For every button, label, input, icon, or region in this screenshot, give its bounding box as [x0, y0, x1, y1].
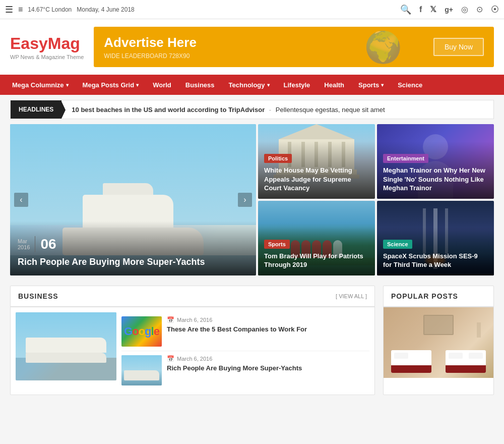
side-card-sports[interactable]: Sports Tom Brady Will Play for Patriots …	[258, 201, 375, 275]
top-bar: ☰ ≡ 14.67°C London Monday, 4 June 2018 🔍…	[0, 0, 504, 19]
github-icon[interactable]: ⊙	[476, 5, 483, 14]
hamburger-icon[interactable]: ☰	[5, 4, 13, 15]
nav-science[interactable]: Science	[391, 75, 429, 95]
side-card-entertainment[interactable]: Entertainment Meghan Trainor on Why Her …	[377, 124, 494, 199]
twitter-icon[interactable]: 𝕏	[430, 5, 436, 14]
politics-overlay: Politics White House May Be Vetting Appe…	[258, 141, 375, 199]
business-title: BUSINESS	[18, 292, 58, 300]
science-badge: Science	[383, 240, 412, 249]
top-bar-icons: 🔍 f 𝕏 g+ ◎ ⊙ ⦿	[400, 4, 499, 15]
search-icon[interactable]: 🔍	[400, 4, 411, 15]
chevron-down-icon: ▾	[136, 82, 139, 88]
nav-world[interactable]: World	[146, 75, 178, 95]
logo-mag: Mag	[48, 34, 80, 52]
nav-technology[interactable]: Technology ▾	[222, 75, 277, 95]
logo[interactable]: EasyMag WP News & Magazine Theme	[10, 34, 84, 60]
featured-side: Politics White House May Be Vetting Appe…	[258, 124, 494, 275]
featured-year: 2016	[18, 244, 30, 250]
headlines-ticker: HEADLINES 10 best beaches in the US and …	[10, 100, 494, 119]
nav-sports[interactable]: Sports ▾	[351, 75, 391, 95]
featured-caption: Mar 2016 06 Rich People Are Buying More …	[10, 221, 256, 275]
ad-subtitle: WIDE LEADERBOARD 728X90	[104, 52, 197, 60]
business-content: Google 📅 March 6, 2016 These Are the 5 B…	[11, 307, 374, 395]
business-article-1: Google 📅 March 6, 2016 These Are the 5 B…	[121, 312, 369, 351]
article-date-2: 📅 March 6, 2016	[167, 355, 369, 362]
science-overlay: Science SpaceX Scrubs Mission SES-9 for …	[377, 227, 494, 275]
side-card-science[interactable]: Science SpaceX Scrubs Mission SES-9 for …	[377, 201, 494, 275]
politics-badge: Politics	[264, 154, 292, 163]
sports-title: Tom Brady Will Play for Patriots Through…	[264, 252, 369, 269]
entertainment-badge: Entertainment	[383, 154, 428, 163]
view-all-button[interactable]: [ VIEW ALL ]	[336, 293, 367, 299]
featured-title: Rich People Are Buying More Super-Yachts	[18, 256, 248, 268]
top-bar-left: ☰ ≡ 14.67°C London Monday, 4 June 2018	[5, 4, 135, 15]
temperature: 14.67°C	[28, 6, 50, 13]
sports-badge: Sports	[264, 240, 290, 249]
popular-header: POPULAR POSTS	[384, 286, 493, 307]
location: London	[51, 6, 72, 13]
chevron-down-icon: ▾	[66, 82, 69, 88]
article-info-1: 📅 March 6, 2016 These Are the 5 Best Com…	[167, 316, 369, 347]
chevron-down-icon: ▾	[267, 82, 270, 88]
popular-title: POPULAR POSTS	[391, 292, 458, 300]
list-icon[interactable]: ≡	[18, 5, 23, 14]
business-section: BUSINESS [ VIEW ALL ]	[10, 286, 375, 395]
flickr-icon[interactable]: ⦿	[491, 5, 499, 14]
business-article-2: 📅 March 6, 2016 Rich People Are Buying M…	[121, 351, 369, 390]
entertainment-overlay: Entertainment Meghan Trainor on Why Her …	[377, 141, 494, 199]
nav-health[interactable]: Health	[317, 75, 351, 95]
side-card-politics[interactable]: Politics White House May Be Vetting Appe…	[258, 124, 375, 199]
navigation: Mega Columnize ▾ Mega Posts Grid ▾ World…	[0, 75, 504, 95]
popular-section: POPULAR POSTS	[383, 286, 494, 395]
googleplus-icon[interactable]: g+	[445, 6, 453, 14]
ad-text: Advertise Here WIDE LEADERBOARD 728X90	[104, 35, 197, 60]
prev-arrow[interactable]: ‹	[14, 193, 28, 207]
calendar-icon: 📅	[167, 316, 174, 323]
business-header: BUSINESS [ VIEW ALL ]	[11, 286, 374, 307]
featured-day: 06	[35, 236, 56, 252]
bottom-sections: BUSINESS [ VIEW ALL ]	[10, 286, 494, 395]
business-articles-list: Google 📅 March 6, 2016 These Are the 5 B…	[121, 312, 369, 390]
article-thumb-2	[121, 355, 162, 385]
science-title: SpaceX Scrubs Mission SES-9 for Third Ti…	[383, 252, 488, 269]
main-content: Mar 2016 06 Rich People Are Buying More …	[0, 124, 504, 405]
next-arrow[interactable]: ›	[238, 193, 252, 207]
ad-banner: 🌍 Advertise Here WIDE LEADERBOARD 728X90…	[94, 27, 494, 67]
politics-title: White House May Be Vetting Appeals Judge…	[264, 166, 369, 193]
header: EasyMag WP News & Magazine Theme 🌍 Adver…	[0, 19, 504, 75]
instagram-icon[interactable]: ◎	[461, 5, 468, 14]
calendar-icon: 📅	[167, 355, 174, 362]
logo-subtitle: WP News & Magazine Theme	[10, 54, 84, 60]
entertainment-title: Meghan Trainor on Why Her New Single 'No…	[383, 166, 488, 193]
article-title-1[interactable]: These Are the 5 Best Companies to Work F…	[167, 325, 369, 334]
featured-grid: Mar 2016 06 Rich People Are Buying More …	[10, 124, 494, 275]
nav-lifestyle[interactable]: Lifestyle	[277, 75, 318, 95]
side-row-1: Politics White House May Be Vetting Appe…	[258, 124, 494, 199]
ad-buy-button[interactable]: Buy Now	[433, 38, 484, 56]
article-thumb-1: Google	[121, 316, 162, 347]
article-date-1: 📅 March 6, 2016	[167, 316, 369, 323]
nav-mega-posts-grid[interactable]: Mega Posts Grid ▾	[76, 75, 146, 95]
article-title-2[interactable]: Rich People Are Buying More Super-Yachts	[167, 364, 369, 373]
logo-easy: Easy	[10, 34, 48, 52]
date: Monday, 4 June 2018	[77, 6, 135, 13]
google-logo: Google	[121, 316, 162, 347]
featured-main-card[interactable]: Mar 2016 06 Rich People Are Buying More …	[10, 124, 256, 275]
featured-month: Mar	[18, 238, 30, 244]
popular-image	[384, 307, 493, 378]
logo-title: EasyMag	[10, 34, 84, 53]
business-main-image	[16, 312, 116, 380]
article-info-2: 📅 March 6, 2016 Rich People Are Buying M…	[167, 355, 369, 385]
ad-map-decoration: 🌍	[333, 27, 433, 67]
nav-mega-columnize[interactable]: Mega Columnize ▾	[5, 75, 76, 95]
headlines-text: 10 best beaches in the US and world acco…	[61, 106, 395, 114]
nav-business[interactable]: Business	[178, 75, 222, 95]
side-row-2: Sports Tom Brady Will Play for Patriots …	[258, 201, 494, 275]
headlines-label: HEADLINES	[11, 100, 61, 119]
ad-title: Advertise Here	[104, 35, 197, 50]
featured-date: Mar 2016 06	[18, 236, 248, 252]
facebook-icon[interactable]: f	[419, 5, 422, 14]
top-bar-meta: 14.67°C London Monday, 4 June 2018	[28, 6, 134, 13]
chevron-down-icon: ▾	[381, 82, 384, 88]
sports-overlay: Sports Tom Brady Will Play for Patriots …	[258, 227, 375, 275]
